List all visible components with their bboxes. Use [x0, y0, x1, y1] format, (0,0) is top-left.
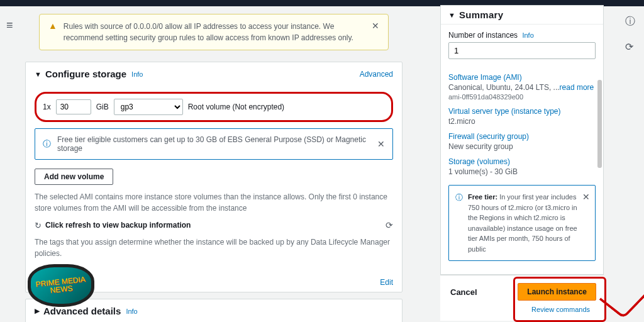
firewall-link[interactable]: Firewall (security group): [448, 132, 596, 141]
free-tier-box: ⓘ ✕ Free tier: In your first year includ…: [448, 185, 596, 261]
annotation-checkmark: [599, 272, 644, 319]
info-link[interactable]: Info: [131, 70, 143, 78]
ami-id: ami-0ff591da048329e00: [448, 93, 596, 101]
review-commands-link[interactable]: Review commands: [531, 306, 590, 313]
advanced-link[interactable]: Advanced: [360, 70, 393, 79]
root-volume-label: Root volume (Not encrypted): [188, 103, 284, 111]
caret-right-icon[interactable]: ▶: [35, 307, 40, 315]
volume-type-select[interactable]: gp3: [114, 99, 183, 115]
instance-type-link[interactable]: Virtual server type (instance type): [448, 107, 596, 116]
summary-panel: ▼ Summary Number of instances Info Softw…: [440, 5, 604, 277]
info-link[interactable]: Info: [126, 308, 137, 315]
firewall-value: New security group: [448, 142, 596, 151]
info-icon: ⓘ: [455, 192, 463, 203]
ami-link[interactable]: Software Image (AMI): [448, 73, 596, 82]
watermark-logo: PRIME MEDIA NEWS: [28, 264, 94, 307]
refresh-label: Click refresh to view backup information: [45, 221, 191, 230]
close-icon[interactable]: ✕: [582, 191, 590, 204]
security-warning: ▲ Rules with source of 0.0.0.0/0 allow a…: [39, 14, 389, 50]
launch-instance-button[interactable]: Launch instance: [518, 283, 596, 301]
close-icon[interactable]: ✕: [372, 21, 379, 43]
unit-label: GiB: [96, 103, 109, 111]
close-icon[interactable]: ✕: [377, 139, 385, 149]
storage-link[interactable]: Storage (volumes): [448, 157, 596, 166]
warning-text: Rules with source of 0.0.0.0/0 allow all…: [64, 21, 365, 43]
storage-value: 1 volume(s) - 30 GiB: [448, 167, 596, 176]
volume-count: 1x: [43, 103, 51, 111]
free-tier-info: ⓘ Free tier eligible customers can get u…: [35, 128, 393, 160]
free-tier-text: Free tier eligible customers can get up …: [57, 135, 371, 153]
size-input[interactable]: [56, 99, 91, 114]
storage-row: 1x GiB gp3 Root volume (Not encrypted): [35, 92, 393, 122]
caret-down-icon[interactable]: ▼: [35, 70, 42, 78]
configure-storage-card: ▼ Configure storage Info Advanced 1x GiB…: [25, 62, 402, 292]
caret-down-icon[interactable]: ▼: [448, 11, 455, 19]
summary-title: Summary: [459, 9, 503, 20]
footer-actions: Cancel Launch instance Review commands: [440, 274, 604, 321]
cancel-button[interactable]: Cancel: [450, 287, 477, 297]
info-panel-icon[interactable]: ⓘ: [625, 15, 635, 28]
section-title: Advanced details: [43, 306, 121, 316]
section-title: Configure storage: [45, 69, 126, 79]
num-instances-label: Number of instances Info: [448, 31, 596, 40]
history-icon[interactable]: ⟳: [625, 41, 635, 53]
clock-icon: ↻: [35, 221, 42, 230]
ami-value: Canonical, Ubuntu, 24.04 LTS, ...read mo…: [448, 83, 596, 92]
add-volume-button[interactable]: Add new volume: [35, 169, 113, 185]
warning-icon: ▲: [48, 21, 57, 43]
ami-note: The selected AMI contains more instance …: [35, 191, 393, 214]
refresh-button[interactable]: ⟳: [386, 220, 393, 230]
num-instances-input[interactable]: [448, 42, 596, 59]
refresh-note: The tags that you assign determine wheth…: [35, 236, 393, 259]
hamburger-icon[interactable]: ≡: [6, 19, 13, 32]
info-icon: ⓘ: [43, 138, 51, 150]
info-link[interactable]: Info: [522, 31, 533, 39]
instance-type-value: t2.micro: [448, 117, 596, 126]
